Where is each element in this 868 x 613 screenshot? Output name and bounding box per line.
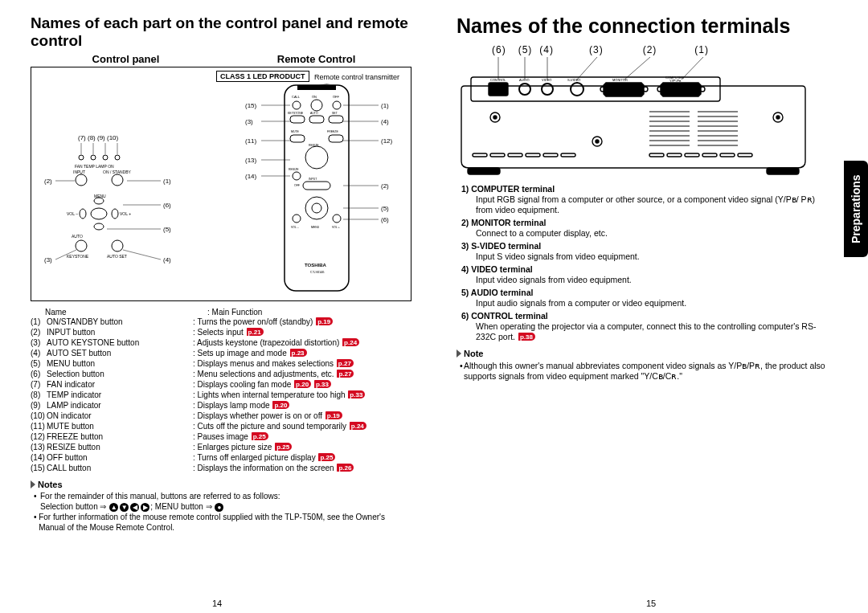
svg-rect-142: [508, 153, 522, 157]
svg-text:(12): (12): [381, 137, 393, 145]
table-row: (7)FAN indicator: Displays cooling fan m…: [31, 379, 411, 390]
page-number-left: 14: [0, 599, 434, 608]
diagram-box: CLASS 1 LED PRODUCT Remote control trans…: [31, 67, 411, 301]
svg-text:FAN  TEMP  LAMP  ON: FAN TEMP LAMP ON: [75, 164, 114, 169]
svg-text:(1): (1): [381, 102, 389, 109]
svg-rect-143: [526, 153, 540, 157]
right-note-text: Although this owner's manual abbreviates…: [464, 361, 828, 382]
svg-point-80: [305, 146, 328, 169]
svg-text:VOL –: VOL –: [67, 211, 78, 216]
notes-list: •For the remainder of this manual, butto…: [31, 491, 411, 533]
page-right: Names of the connection terminals (6)(5)…: [434, 0, 868, 613]
control-panel-diagram: (7) (8) (9) (10) FAN TEMP LAMP ON (2) (1…: [43, 133, 203, 272]
svg-text:RESIZE: RESIZE: [309, 144, 319, 147]
table-row: (6)Selection button: Menu selections and…: [31, 369, 411, 379]
svg-point-87: [305, 197, 328, 219]
terminal-callout: (1): [694, 44, 709, 55]
svg-point-22: [94, 198, 104, 204]
svg-text:INPUT: INPUT: [309, 178, 317, 181]
svg-point-135: [493, 116, 497, 119]
svg-text:(2): (2): [44, 178, 52, 185]
svg-rect-74: [329, 116, 343, 123]
svg-text:SET: SET: [332, 112, 338, 115]
svg-text:MUTE: MUTE: [291, 130, 300, 133]
svg-text:AUTO SET: AUTO SET: [107, 254, 127, 259]
svg-text:KEYSTONE: KEYSTONE: [67, 254, 89, 259]
svg-text:AUTO: AUTO: [310, 112, 318, 115]
terminal-callout: (4): [539, 44, 554, 55]
triangle-icon: [457, 349, 461, 358]
svg-point-6: [91, 155, 96, 160]
svg-text:(1): (1): [163, 178, 171, 185]
svg-text:(2): (2): [381, 182, 389, 190]
svg-text:VOL +: VOL +: [332, 226, 340, 229]
svg-text:VOL +: VOL +: [120, 211, 131, 216]
svg-rect-145: [561, 153, 575, 157]
terminal-callout: (2): [643, 44, 657, 55]
svg-rect-78: [329, 135, 343, 142]
svg-rect-85: [303, 182, 330, 190]
side-tab-preparations: Preparations: [844, 161, 868, 257]
table-row: (4)AUTO SET button: Sets up image and mo…: [31, 348, 411, 358]
class-1-led-product-label: CLASS 1 LED PRODUCT: [216, 71, 309, 82]
svg-rect-148: [685, 153, 699, 157]
svg-text:(11): (11): [245, 137, 257, 145]
svg-text:FREEZE: FREEZE: [327, 130, 338, 133]
svg-text:(3): (3): [44, 256, 52, 264]
svg-text:S-VIDEO: S-VIDEO: [567, 78, 580, 82]
svg-point-68: [333, 101, 341, 109]
svg-rect-72: [309, 116, 324, 123]
terminal-callout: (6): [492, 44, 506, 55]
svg-line-100: [624, 57, 650, 80]
left-page-title: Names of each part on the control panel …: [31, 14, 411, 50]
svg-text:VOL –: VOL –: [291, 226, 299, 229]
terminal-callouts: (6)(5)(4)(3)(2)(1): [457, 44, 828, 55]
svg-text:(13): (13): [245, 157, 257, 164]
svg-rect-150: [720, 153, 735, 157]
terminal-description: Input RGB signal from a computer or othe…: [461, 194, 828, 215]
table-row: (8)TEMP indicator: Lights when internal …: [31, 390, 411, 400]
terminal-description: Connect to a computer display, etc.: [461, 228, 828, 239]
svg-point-30: [76, 240, 87, 251]
svg-rect-70: [290, 116, 305, 123]
svg-text:MONITOR: MONITOR: [612, 78, 628, 82]
svg-point-137: [596, 140, 599, 143]
header-func: : Main Function: [207, 308, 262, 317]
down-arrow-icon: ▼: [120, 503, 129, 512]
remote-control-diagram: (15) (3) (11) (13) (14) (1) (4) (12) (2)…: [240, 84, 409, 298]
table-row: (9)LAMP indicator: Displays lamp mode p.…: [31, 400, 411, 411]
svg-point-24: [80, 209, 86, 219]
subhead-remote: Remote Control: [221, 53, 411, 65]
svg-point-64: [293, 101, 301, 109]
svg-text:KEYSTONE: KEYSTONE: [288, 112, 304, 115]
terminal-callout: (3): [589, 44, 604, 55]
terminal-description: When operating the projector via a compu…: [461, 321, 828, 342]
terminal-callout: (5): [518, 44, 533, 55]
svg-text:TOSHIBA: TOSHIBA: [305, 263, 327, 268]
svg-text:OFF: OFF: [333, 95, 340, 99]
svg-text:Y/Pᴮ/Pʀ: Y/Pᴮ/Pʀ: [669, 79, 682, 83]
svg-line-99: [577, 57, 597, 80]
table-row: (12)FREEZE button: Pauses image p.25: [31, 431, 411, 442]
terminal-heading: 1) COMPUTER terminal: [461, 184, 828, 194]
svg-rect-147: [667, 153, 682, 157]
table-row: (5)MENU button: Displays menus and makes…: [31, 358, 411, 369]
svg-rect-146: [649, 153, 664, 157]
svg-point-89: [293, 215, 301, 223]
right-arrow-icon: ▶: [141, 503, 149, 512]
note-1-sub: Selection button ⇒ ▲▼◀▶; MENU button ⇒ ●: [34, 501, 411, 512]
svg-text:ON: ON: [312, 95, 317, 99]
svg-point-25: [112, 209, 118, 219]
svg-point-5: [79, 155, 84, 160]
svg-point-92: [333, 215, 341, 223]
svg-point-15: [112, 174, 123, 186]
right-page-title: Names of the connection terminals: [457, 14, 828, 38]
svg-rect-151: [738, 153, 752, 157]
page-left: Names of each part on the control panel …: [0, 0, 434, 613]
svg-text:(7) (8) (9) (10): (7) (8) (9) (10): [78, 134, 119, 141]
svg-point-14: [76, 174, 87, 186]
svg-point-7: [103, 155, 108, 160]
table-row: (1)ON/STANDBY button: Turns the power on…: [31, 317, 411, 327]
terminals-diagram: CONTROL AUDIO VIDEO S-VIDEO MONITOR COMP…: [457, 57, 828, 176]
svg-text:(14): (14): [245, 173, 257, 180]
